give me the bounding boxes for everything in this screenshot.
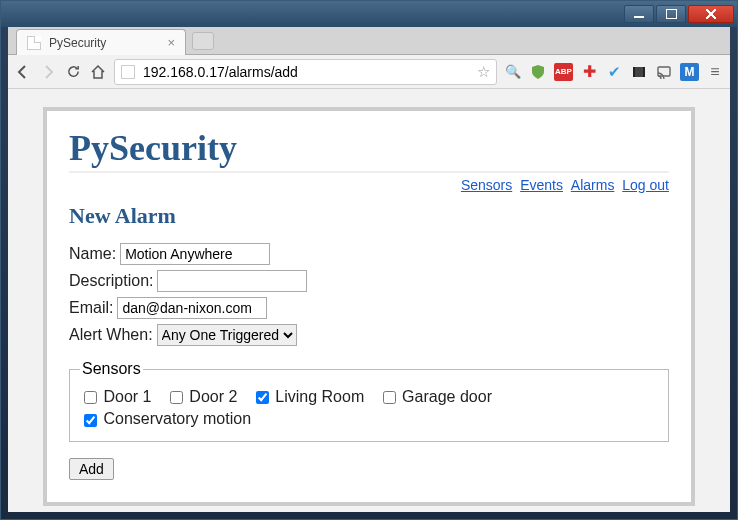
svg-rect-3	[658, 67, 670, 76]
extension-plus-icon[interactable]: ✚	[580, 63, 598, 81]
nav-logout-link[interactable]: Log out	[622, 177, 669, 193]
nav-links: Sensors Events Alarms Log out	[69, 177, 669, 193]
page-favicon-icon	[27, 36, 41, 50]
page-icon	[121, 65, 135, 79]
home-button[interactable]	[89, 63, 107, 81]
extension-cast-icon[interactable]	[655, 63, 673, 81]
address-bar[interactable]: ☆	[114, 59, 497, 85]
label-description: Description:	[69, 272, 153, 290]
sensor-label: Garage door	[398, 388, 492, 405]
sensor-label: Living Room	[271, 388, 364, 405]
divider	[69, 171, 669, 173]
nav-alarms-link[interactable]: Alarms	[571, 177, 615, 193]
sensor-label: Door 1	[99, 388, 151, 405]
input-name[interactable]	[120, 243, 270, 265]
forward-button[interactable]	[39, 63, 57, 81]
extension-adblock-icon[interactable]: ABP	[554, 63, 573, 81]
label-name: Name:	[69, 245, 116, 263]
select-alert-when[interactable]: Any One Triggered	[157, 324, 297, 346]
sensor-item[interactable]: Garage door	[379, 388, 492, 405]
page-viewport: PySecurity Sensors Events Alarms Log out…	[8, 89, 730, 512]
row-email: Email:	[69, 297, 669, 319]
window-close-button[interactable]	[688, 5, 734, 23]
bookmark-star-icon[interactable]: ☆	[477, 63, 490, 81]
chrome-menu-button[interactable]: ≡	[706, 63, 724, 81]
nav-events-link[interactable]: Events	[520, 177, 563, 193]
fieldset-sensors: Sensors Door 1 Door 2 Living Room Garage…	[69, 360, 669, 442]
sensor-item[interactable]: Door 1	[80, 388, 151, 405]
sensor-label: Conservatory motion	[99, 410, 251, 427]
legend-sensors: Sensors	[80, 360, 143, 378]
url-input[interactable]	[141, 63, 471, 81]
tab-close-icon[interactable]: ×	[167, 35, 175, 50]
window-minimize-button[interactable]	[624, 5, 654, 23]
reload-button[interactable]	[64, 63, 82, 81]
extension-m-icon[interactable]: M	[680, 63, 699, 81]
tab-strip: PySecurity ×	[8, 27, 730, 55]
svg-rect-1	[633, 67, 635, 77]
window-titlebar	[1, 1, 737, 27]
new-tab-button[interactable]	[192, 32, 214, 50]
browser-chrome: PySecurity × ☆ 🔍	[8, 27, 730, 512]
extension-check-icon[interactable]: ✔	[605, 63, 623, 81]
nav-sensors-link[interactable]: Sensors	[461, 177, 512, 193]
browser-toolbar: ☆ 🔍 ABP ✚ ✔ M ≡	[8, 55, 730, 89]
input-email[interactable]	[117, 297, 267, 319]
sensor-item[interactable]: Conservatory motion	[80, 410, 251, 427]
input-description[interactable]	[157, 270, 307, 292]
app-title: PySecurity	[69, 127, 669, 169]
row-alert-when: Alert When: Any One Triggered	[69, 324, 669, 346]
add-button[interactable]: Add	[69, 458, 114, 480]
sensor-item[interactable]: Door 2	[166, 388, 237, 405]
sensor-item[interactable]: Living Room	[252, 388, 364, 405]
extension-magnify-icon[interactable]: 🔍	[504, 63, 522, 81]
section-title: New Alarm	[69, 203, 669, 229]
row-description: Description:	[69, 270, 669, 292]
extension-shield-icon[interactable]	[529, 63, 547, 81]
sensor-checkbox[interactable]	[383, 391, 396, 404]
label-alert-when: Alert When:	[69, 326, 153, 344]
sensor-checkbox[interactable]	[170, 391, 183, 404]
extension-film-icon[interactable]	[630, 63, 648, 81]
browser-window: PySecurity × ☆ 🔍	[0, 0, 738, 520]
tab-title: PySecurity	[49, 36, 106, 50]
sensor-checkbox[interactable]	[256, 391, 269, 404]
sensors-row: Door 1 Door 2 Living Room Garage door Co…	[80, 386, 658, 431]
row-name: Name:	[69, 243, 669, 265]
window-maximize-button[interactable]	[656, 5, 686, 23]
back-button[interactable]	[14, 63, 32, 81]
sensor-label: Door 2	[185, 388, 237, 405]
sensor-checkbox[interactable]	[84, 414, 97, 427]
label-email: Email:	[69, 299, 113, 317]
svg-rect-2	[643, 67, 645, 77]
page-content: PySecurity Sensors Events Alarms Log out…	[43, 107, 695, 506]
browser-tab[interactable]: PySecurity ×	[16, 29, 186, 55]
sensor-checkbox[interactable]	[84, 391, 97, 404]
